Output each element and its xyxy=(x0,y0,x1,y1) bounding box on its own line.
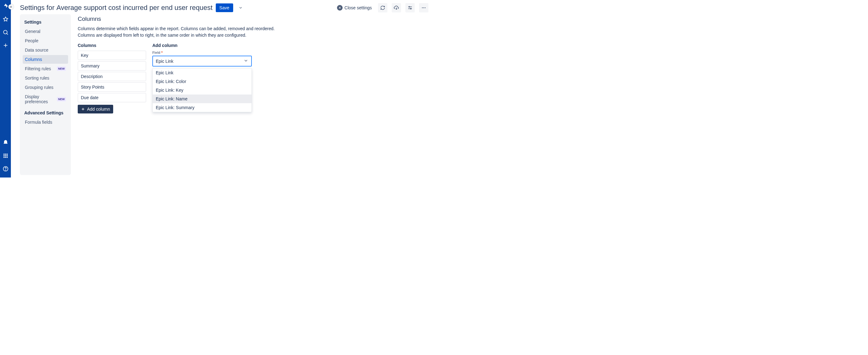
columns-list-title: Columns xyxy=(78,43,146,48)
column-pill[interactable]: Story Points xyxy=(78,83,146,92)
sidebar-item-columns[interactable]: Columns xyxy=(23,55,68,64)
sidebar-item-formula-fields[interactable]: Formula fields xyxy=(23,118,68,127)
more-button[interactable] xyxy=(419,3,428,12)
svg-line-1 xyxy=(6,33,8,34)
field-select[interactable]: Epic Link xyxy=(152,56,252,67)
notification-bell-icon[interactable] xyxy=(2,139,9,147)
svg-rect-11 xyxy=(5,157,6,158)
svg-point-24 xyxy=(410,8,411,9)
column-pill[interactable]: Description xyxy=(78,72,146,81)
settings-sliders-button[interactable] xyxy=(405,3,415,12)
sidebar-item-display-preferences[interactable]: Display preferencesNEW xyxy=(23,92,68,106)
sidebar-item-label: Display preferences xyxy=(25,94,57,104)
save-button[interactable]: Save xyxy=(216,3,233,12)
column-pill[interactable]: Key xyxy=(78,51,146,60)
svg-point-27 xyxy=(425,7,426,8)
sidebar-collapse-edge xyxy=(11,0,14,178)
new-badge: NEW xyxy=(57,67,66,71)
sidebar-item-label: Formula fields xyxy=(25,120,52,125)
svg-point-0 xyxy=(3,30,7,34)
save-dropdown-button[interactable] xyxy=(236,3,245,12)
global-nav-rail xyxy=(0,0,11,178)
search-icon[interactable] xyxy=(2,29,9,37)
sidebar-item-label: Sorting rules xyxy=(25,75,50,80)
sidebar-item-label: Data source xyxy=(25,47,48,53)
star-icon[interactable] xyxy=(2,16,9,24)
svg-rect-10 xyxy=(3,157,4,158)
plus-icon[interactable] xyxy=(2,42,9,50)
add-column-label: Add column xyxy=(87,107,110,111)
svg-rect-5 xyxy=(5,154,6,155)
sidebar-collapse-handle[interactable] xyxy=(8,4,13,9)
refresh-button[interactable] xyxy=(378,3,388,12)
cloud-download-button[interactable] xyxy=(392,3,401,12)
title-prefix: Settings for xyxy=(20,4,56,11)
required-asterisk: * xyxy=(161,51,163,55)
svg-rect-8 xyxy=(5,155,6,156)
sidebar-item-label: People xyxy=(25,38,38,43)
sidebar-item-general[interactable]: General xyxy=(23,27,68,36)
column-pill[interactable]: Summary xyxy=(78,61,146,71)
sidebar-item-label: Grouping rules xyxy=(25,85,54,90)
add-column-button[interactable]: Add column xyxy=(78,105,113,114)
new-badge: NEW xyxy=(57,97,66,101)
settings-content: Columns Columns determine which fields a… xyxy=(77,14,428,175)
content-heading: Columns xyxy=(78,15,428,22)
sidebar-item-label: Filtering rules xyxy=(25,66,51,71)
svg-rect-6 xyxy=(6,154,7,155)
sidebar-group-advanced: Advanced Settings xyxy=(23,109,68,118)
svg-rect-4 xyxy=(3,154,4,155)
dropdown-option[interactable]: Epic Link: Name xyxy=(153,95,251,103)
jira-logo-icon[interactable] xyxy=(2,3,9,10)
sidebar-group-settings: Settings xyxy=(23,18,68,27)
svg-rect-9 xyxy=(6,155,7,156)
svg-point-25 xyxy=(422,7,423,8)
close-icon xyxy=(337,5,343,10)
dropdown-option[interactable]: Epic Link: Color xyxy=(153,77,251,86)
column-pill[interactable]: Due date xyxy=(78,93,146,102)
page-title: Settings for Average support cost incurr… xyxy=(20,4,213,12)
sidebar-item-filtering-rules[interactable]: Filtering rulesNEW xyxy=(23,64,68,73)
field-select-value: Epic Link xyxy=(156,59,174,64)
svg-point-26 xyxy=(424,7,424,8)
add-column-section-title: Add column xyxy=(152,43,252,48)
close-label: Close settings xyxy=(344,5,372,10)
dropdown-option[interactable]: Epic Link xyxy=(153,68,251,77)
close-settings-button[interactable]: Close settings xyxy=(337,5,372,10)
sidebar-item-grouping-rules[interactable]: Grouping rules xyxy=(23,83,68,92)
chevron-down-icon xyxy=(243,58,248,64)
sidebar-item-label: Columns xyxy=(25,57,42,62)
sidebar-item-data-source[interactable]: Data source xyxy=(23,46,68,55)
dropdown-option[interactable]: Epic Link: Key xyxy=(153,86,251,95)
content-description: Columns determine which fields appear in… xyxy=(78,26,289,38)
settings-header: Settings for Average support cost incurr… xyxy=(20,3,428,12)
sidebar-item-sorting-rules[interactable]: Sorting rules xyxy=(23,74,68,83)
apps-grid-icon[interactable] xyxy=(2,153,9,160)
help-icon[interactable] xyxy=(2,166,9,173)
svg-point-22 xyxy=(409,6,410,7)
sidebar-item-label: General xyxy=(25,29,40,34)
svg-rect-12 xyxy=(6,157,7,158)
svg-point-14 xyxy=(5,170,6,170)
settings-sidebar: Settings GeneralPeopleData sourceColumns… xyxy=(20,14,71,175)
field-dropdown-menu: Epic LinkEpic Link: ColorEpic Link: KeyE… xyxy=(152,68,252,112)
title-subject: Average support cost incurred per end us… xyxy=(56,4,212,11)
dropdown-option[interactable]: Epic Link: Summary xyxy=(153,103,251,112)
field-label-text: Field xyxy=(152,51,160,55)
svg-rect-7 xyxy=(3,155,4,156)
sidebar-item-people[interactable]: People xyxy=(23,36,68,45)
field-label: Field * xyxy=(152,51,252,55)
